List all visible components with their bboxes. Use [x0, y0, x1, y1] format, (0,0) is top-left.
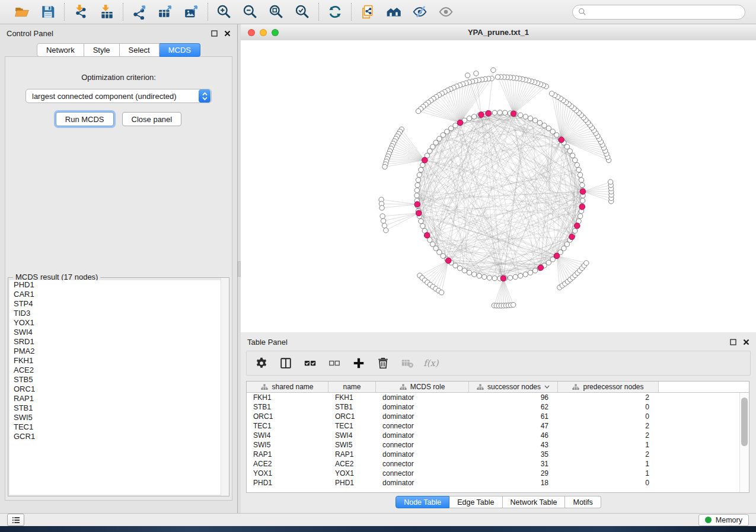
table-cell: SWI5	[328, 441, 376, 449]
window-zoom-button[interactable]	[272, 29, 279, 36]
task-history-button[interactable]	[7, 514, 24, 526]
column-label: shared name	[272, 383, 313, 391]
mcds-result-item[interactable]: PHD1	[9, 280, 228, 290]
table-cell: 47	[469, 422, 558, 430]
close-panel-icon-button[interactable]	[224, 30, 231, 37]
column-label: successor nodes	[487, 383, 541, 391]
hide-selected-button[interactable]	[410, 2, 429, 21]
window-minimize-button[interactable]	[260, 29, 267, 36]
mcds-result-item[interactable]: SWI5	[9, 413, 228, 422]
export-table-button[interactable]	[156, 2, 175, 21]
memory-status-icon	[705, 517, 712, 523]
add-button[interactable]	[352, 356, 366, 370]
mcds-result-item[interactable]: SWI4	[9, 328, 228, 337]
zoom-fit-icon	[269, 4, 284, 20]
import-network-icon	[73, 4, 88, 20]
mcds-result-item[interactable]: STP4	[9, 299, 228, 309]
select-all-icon	[304, 357, 317, 370]
import-network-button[interactable]	[71, 2, 90, 21]
mcds-result-item[interactable]: TID3	[9, 309, 228, 318]
table-row[interactable]: PHD1PHD1dominator180	[247, 478, 749, 488]
network-window-titlebar[interactable]: YPA_prune.txt_1	[241, 24, 756, 41]
tab-select[interactable]: Select	[120, 43, 160, 57]
select-stepper-icon	[199, 89, 210, 102]
delete-button[interactable]	[376, 356, 390, 370]
select-all-button[interactable]	[303, 356, 317, 370]
gear-button[interactable]	[254, 356, 269, 370]
optimization-criterion-select[interactable]: largest connected component (undirected)	[25, 89, 212, 103]
network-canvas[interactable]	[241, 40, 756, 332]
column-header-MCDS-role[interactable]: MCDS role	[376, 382, 469, 393]
refresh-button[interactable]	[326, 2, 344, 21]
tab-mcds[interactable]: MCDS	[160, 43, 200, 57]
window-close-button[interactable]	[248, 29, 255, 36]
import-table-button[interactable]	[97, 2, 116, 21]
mcds-result-item[interactable]: RAP1	[9, 394, 228, 403]
columns-icon	[279, 357, 292, 370]
control-panel-tabs: NetworkStyleSelectMCDS	[0, 43, 237, 57]
mcds-result-item[interactable]: SRD1	[9, 337, 228, 347]
first-neighbors-button[interactable]	[384, 2, 403, 21]
close-table-panel-button[interactable]	[743, 339, 749, 345]
float-panel-button[interactable]	[211, 30, 218, 37]
table-row[interactable]: FKH1FKH1dominator962	[247, 393, 749, 402]
duplicate-network-button[interactable]	[358, 2, 377, 21]
column-header-shared-name[interactable]: shared name	[247, 382, 328, 393]
mcds-result-item[interactable]: STB5	[9, 375, 228, 384]
open-folder-button[interactable]	[12, 2, 31, 21]
table-row[interactable]: ORC1ORC1dominator610	[247, 412, 749, 421]
column-header-name[interactable]: name	[328, 382, 376, 393]
table-scrollbar-thumb[interactable]	[741, 398, 748, 446]
mcds-result-item[interactable]: PMA2	[9, 347, 228, 356]
tab-node-table[interactable]: Node Table	[395, 496, 449, 508]
memory-button[interactable]: Memory	[698, 514, 749, 526]
table-row[interactable]: SWI5SWI5connector431	[247, 440, 749, 450]
mcds-list-scrollbar[interactable]	[221, 278, 229, 496]
table-row[interactable]: TEC1TEC1connector472	[247, 421, 749, 431]
tab-motifs[interactable]: Motifs	[565, 496, 601, 508]
export-network-button[interactable]	[130, 2, 149, 21]
mcds-result-item[interactable]: GCR1	[9, 432, 228, 441]
table-cell: 46	[469, 431, 558, 440]
search-input[interactable]	[590, 7, 739, 17]
tab-style[interactable]: Style	[84, 43, 120, 57]
table-scrollbar[interactable]	[739, 393, 749, 492]
mcds-result-item[interactable]: ORC1	[9, 384, 228, 394]
column-header-successor-nodes[interactable]: successor nodes	[469, 382, 558, 393]
save-button[interactable]	[39, 2, 58, 21]
toolbar-groups	[6, 2, 462, 21]
close-panel-button[interactable]: Close panel	[122, 112, 182, 126]
zoom-selected-button[interactable]	[293, 2, 312, 21]
table-cell: SWI5	[247, 441, 328, 449]
tab-edge-table[interactable]: Edge Table	[449, 496, 502, 508]
table-row[interactable]: SWI4SWI4dominator462	[247, 431, 749, 440]
float-table-panel-button[interactable]	[730, 339, 736, 345]
zoom-fit-button[interactable]	[267, 2, 286, 21]
mcds-result-item[interactable]: YOX1	[9, 318, 228, 328]
mcds-result-item[interactable]: STB1	[9, 403, 228, 413]
table-cell: connector	[376, 441, 469, 449]
table-row[interactable]: STB1STB1dominator620	[247, 402, 749, 412]
mcds-result-item[interactable]: CAR1	[9, 290, 228, 299]
show-all-button[interactable]	[436, 2, 455, 21]
zoom-in-button[interactable]	[215, 2, 234, 21]
table-cell: YOX1	[328, 469, 376, 477]
column-header-predecessor-nodes[interactable]: predecessor nodes	[558, 382, 659, 393]
mcds-result-item[interactable]: FKH1	[9, 356, 228, 366]
mcds-result-item[interactable]: TEC1	[9, 422, 228, 432]
zoom-out-button[interactable]	[241, 2, 260, 21]
run-mcds-button[interactable]: Run MCDS	[56, 112, 114, 126]
table-row[interactable]: ACE2ACE2connector311	[247, 459, 749, 469]
table-row[interactable]: RAP1RAP1dominator352	[247, 450, 749, 459]
tab-network-table[interactable]: Network Table	[503, 496, 566, 508]
table-cell: TEC1	[247, 422, 328, 430]
table-cell: RAP1	[247, 450, 328, 459]
tab-network[interactable]: Network	[37, 43, 84, 57]
columns-button[interactable]	[279, 356, 293, 370]
deselect-all-button[interactable]	[327, 356, 342, 370]
mcds-result-item[interactable]: ACE2	[9, 366, 228, 375]
mcds-panel: Optimization criterion: largest connecte…	[5, 56, 232, 501]
table-row[interactable]: YOX1YOX1connector291	[247, 469, 749, 478]
export-image-button[interactable]	[182, 2, 201, 21]
network-graph[interactable]	[241, 40, 756, 332]
